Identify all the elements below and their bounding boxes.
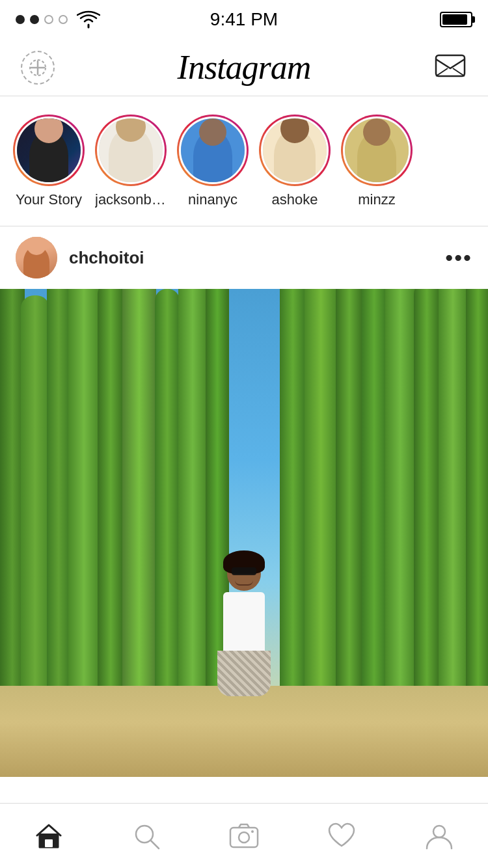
cactus-14	[385, 289, 415, 699]
cactus-2	[21, 295, 49, 699]
person-sunglasses	[232, 567, 256, 575]
person-head	[227, 557, 261, 591]
cactus-7	[155, 289, 180, 699]
story-avatar-wrap-jackson	[95, 115, 167, 186]
story-ninanyc[interactable]: ninanyc	[177, 115, 249, 208]
signal-dot-3	[44, 15, 53, 24]
story-avatar-wrap-ashoke	[259, 115, 331, 186]
bottom-nav	[0, 803, 488, 868]
post-avatar-image	[16, 237, 57, 278]
story-avatar-your-story	[15, 116, 83, 184]
camera-icon	[229, 821, 259, 851]
cactus-5	[98, 289, 124, 699]
story-label-minz: minzz	[358, 191, 395, 208]
add-circle-icon	[21, 51, 55, 85]
profile-icon	[424, 821, 454, 851]
avatar-image-your-story	[17, 118, 81, 182]
post-image[interactable]	[0, 289, 488, 777]
person-skirt	[217, 651, 271, 696]
cactus-10	[280, 289, 306, 699]
story-avatar-wrap-your-story	[13, 115, 85, 186]
status-time: 9:41 PM	[210, 9, 278, 30]
signal-dot-4	[59, 15, 68, 24]
home-icon	[34, 821, 64, 851]
svg-point-11	[251, 830, 254, 833]
nav-activity-button[interactable]	[309, 817, 374, 856]
story-avatar-wrap-nina	[177, 115, 249, 186]
battery-icon	[440, 12, 472, 27]
post-username: chchoitoi	[69, 248, 144, 268]
avatar-image-minz	[345, 118, 409, 182]
nav-search-button[interactable]	[114, 817, 179, 856]
inbox-button[interactable]	[431, 48, 470, 87]
story-jacksonbarnett[interactable]: jacksonbarnett	[95, 115, 167, 208]
signal-dot-2	[30, 15, 39, 24]
story-label-nina: ninanyc	[188, 191, 237, 208]
cactus-8	[178, 289, 207, 699]
svg-line-8	[151, 841, 159, 848]
svg-point-12	[433, 826, 445, 837]
story-minz[interactable]: minzz	[341, 115, 413, 208]
nav-home-button[interactable]	[16, 817, 81, 856]
signal-dot-1	[16, 15, 25, 24]
cactus-6	[122, 289, 156, 699]
story-avatar-jackson	[97, 116, 165, 184]
signal-indicators	[16, 10, 100, 29]
story-avatar-wrap-minz	[341, 115, 413, 186]
story-avatar-nina	[179, 116, 247, 184]
cactus-13	[362, 289, 386, 699]
cactus-11	[305, 289, 337, 699]
story-avatar-minz	[343, 116, 411, 184]
svg-line-4	[436, 68, 448, 76]
status-bar: 9:41 PM	[0, 0, 488, 39]
person-smile	[235, 580, 253, 586]
person-top	[223, 592, 265, 651]
svg-point-7	[136, 826, 153, 843]
post-more-button[interactable]: •••	[445, 245, 472, 271]
inbox-icon	[435, 54, 466, 81]
post-avatar	[16, 237, 57, 278]
story-avatar-ashoke	[261, 116, 329, 184]
battery-fill	[442, 14, 467, 25]
cactus-4	[68, 289, 100, 699]
wifi-icon	[77, 10, 100, 29]
cactus-16	[439, 289, 467, 699]
app-logo: Instagram	[178, 48, 311, 87]
nav-bar: Instagram	[0, 39, 488, 96]
cactus-12	[336, 289, 363, 699]
nav-profile-button[interactable]	[407, 817, 472, 856]
svg-rect-6	[45, 839, 53, 847]
nav-camera-button[interactable]	[211, 817, 277, 856]
search-icon	[131, 821, 161, 851]
svg-line-5	[453, 68, 465, 76]
avatar-image-jackson	[99, 118, 163, 182]
post-header: chchoitoi •••	[0, 226, 488, 289]
avatar-image-nina	[181, 118, 245, 182]
plus-icon	[29, 59, 47, 77]
cactus-scene	[0, 289, 488, 777]
person-figure	[211, 557, 277, 700]
story-ashoke[interactable]: ashoke	[259, 115, 331, 208]
svg-rect-9	[230, 828, 258, 847]
add-story-button[interactable]	[18, 48, 57, 87]
cactus-15	[414, 289, 440, 699]
post-user-info[interactable]: chchoitoi	[16, 237, 144, 278]
heart-icon	[327, 821, 357, 851]
story-label-ashoke: ashoke	[272, 191, 318, 208]
stories-row: Your Story jacksonbarnett ninanyc ashoke	[0, 96, 488, 226]
story-label-jackson: jacksonbarnett	[95, 191, 167, 208]
story-your-story[interactable]: Your Story	[13, 115, 85, 208]
cactus-3	[47, 289, 70, 699]
story-label-your-story: Your Story	[16, 191, 82, 208]
cactus-17	[466, 289, 488, 699]
svg-point-10	[239, 832, 249, 843]
avatar-image-ashoke	[263, 118, 327, 182]
